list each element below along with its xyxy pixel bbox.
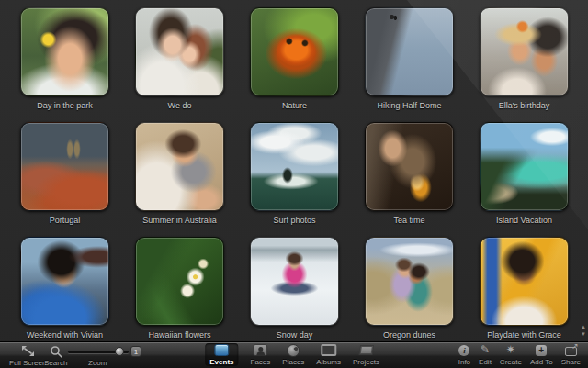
event-tea-time[interactable] — [365, 122, 454, 211]
edit-pencil-icon: ✎ — [481, 344, 490, 356]
event-playdate-with-grace[interactable] — [480, 237, 569, 326]
projects-label: Projects — [353, 358, 379, 366]
event-cell: Summer in Australia — [122, 122, 237, 237]
add-to-button[interactable]: + Add To — [530, 343, 553, 366]
zoom-label: Zoom — [88, 359, 107, 367]
event-cell: Nature — [237, 7, 352, 122]
event-cell: Ella's birthday — [467, 7, 582, 122]
event-title: Day in the park — [37, 101, 93, 110]
event-title: We do — [168, 101, 192, 110]
share-arrow-icon: ↗ — [571, 341, 579, 351]
tab-projects[interactable]: Projects — [353, 343, 379, 366]
event-title: Nature — [282, 101, 307, 110]
albums-label: Albums — [316, 358, 341, 366]
event-cell: We do — [122, 7, 237, 122]
faces-label: Faces — [251, 358, 271, 366]
event-title: Playdate with Grace — [487, 330, 561, 340]
full-screen-label: Full Screen — [9, 359, 46, 367]
search-label: Search — [44, 359, 67, 367]
event-title: Ella's birthday — [499, 101, 550, 110]
event-title: Oregon dunes — [383, 330, 435, 340]
event-day-in-the-park[interactable] — [20, 7, 109, 96]
bottom-toolbar: Full Screen Search 1 Zoom Events — [0, 341, 588, 368]
tab-events[interactable]: Events — [205, 343, 238, 366]
event-cell: Surf photos — [237, 122, 352, 237]
add-to-label: Add To — [530, 358, 553, 366]
event-snow-day[interactable] — [250, 237, 339, 326]
event-hiking-half-dome[interactable] — [365, 7, 454, 96]
full-screen-icon — [21, 344, 35, 358]
search-button[interactable]: Search — [44, 344, 67, 367]
events-icon — [214, 344, 229, 356]
create-star-icon: ✷ — [506, 344, 515, 356]
event-title: Weekend with Vivian — [27, 330, 103, 340]
edit-label: Edit — [479, 358, 492, 366]
event-cell: Day in the park — [7, 7, 122, 122]
action-buttons: i Info ✎ Edit ✷ Create + Add To ↗ Share — [458, 343, 581, 366]
info-label: Info — [458, 358, 470, 366]
event-cell: Portugal — [7, 122, 122, 237]
share-icon: ↗ — [565, 347, 577, 356]
edit-button[interactable]: ✎ Edit — [479, 343, 492, 366]
event-cell: Playdate with Grace — [467, 237, 582, 351]
tab-places[interactable]: Places — [282, 343, 304, 366]
tab-faces[interactable]: Faces — [251, 343, 271, 366]
event-title: Hawaiian flowers — [148, 330, 210, 340]
event-title: Tea time — [393, 216, 424, 225]
zoom-level-badge[interactable]: 1 — [130, 346, 141, 357]
tab-albums[interactable]: Albums — [316, 343, 341, 366]
event-cell: Snow day — [237, 237, 352, 351]
event-hawaiian-flowers[interactable] — [135, 237, 224, 326]
event-title: Summer in Australia — [142, 216, 217, 225]
places-icon — [287, 344, 300, 357]
event-cell: Tea time — [352, 122, 467, 237]
events-label: Events — [209, 358, 233, 366]
event-title: Portugal — [50, 216, 81, 225]
share-label: Share — [561, 358, 581, 366]
scrollbar: ▲ ▼ — [581, 324, 586, 338]
event-summer-in-australia[interactable] — [135, 122, 224, 211]
add-to-plus-icon: + — [536, 345, 547, 356]
event-weekend-with-vivian[interactable] — [20, 237, 109, 326]
scroll-down-arrow-icon[interactable]: ▼ — [581, 331, 586, 338]
event-portugal[interactable] — [20, 122, 109, 211]
iphoto-window: Day in the park We do Nature Hiking Half… — [0, 0, 588, 368]
full-screen-button[interactable]: Full Screen — [9, 344, 46, 367]
event-surf-photos[interactable] — [250, 122, 339, 211]
event-we-do[interactable] — [135, 7, 224, 96]
event-nature[interactable] — [250, 7, 339, 96]
zoom-slider-knob[interactable] — [115, 347, 124, 356]
view-switcher: Events Faces Places Albums Projects — [205, 343, 379, 366]
places-label: Places — [282, 358, 304, 366]
event-ellas-birthday[interactable] — [480, 7, 569, 96]
event-oregon-dunes[interactable] — [365, 237, 454, 326]
create-label: Create — [500, 358, 522, 366]
faces-icon — [253, 344, 267, 356]
event-title: Surf photos — [273, 216, 315, 225]
event-title: Snow day — [277, 330, 313, 340]
info-icon: i — [458, 345, 469, 356]
create-button[interactable]: ✷ Create — [500, 343, 522, 366]
event-cell: Oregon dunes — [352, 237, 467, 351]
event-island-vacation[interactable] — [480, 122, 569, 211]
event-title: Hiking Half Dome — [377, 101, 441, 110]
projects-icon — [358, 345, 374, 355]
albums-icon — [321, 344, 336, 356]
share-button[interactable]: ↗ Share — [561, 343, 581, 366]
events-grid: Day in the park We do Nature Hiking Half… — [0, 0, 582, 341]
info-button[interactable]: i Info — [458, 343, 470, 366]
event-cell: Hawaiian flowers — [122, 237, 237, 351]
event-cell: Island Vacation — [467, 122, 582, 237]
search-icon — [50, 344, 62, 358]
event-title: Island Vacation — [496, 216, 552, 225]
event-cell: Hiking Half Dome — [352, 7, 467, 122]
scroll-up-arrow-icon[interactable]: ▲ — [581, 324, 586, 330]
event-cell: Weekend with Vivian — [7, 237, 122, 351]
